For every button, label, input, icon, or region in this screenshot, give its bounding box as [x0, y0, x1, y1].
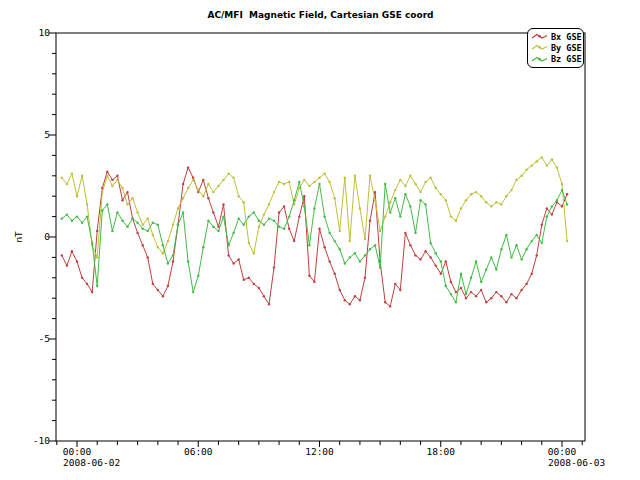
data-point: [369, 220, 371, 222]
data-point: [101, 209, 103, 211]
data-point: [273, 266, 275, 268]
data-point: [227, 254, 229, 256]
data-point: [288, 181, 290, 183]
legend: Bx GSEBy GSEBz GSE: [527, 28, 584, 68]
data-point: [515, 297, 517, 299]
data-point: [414, 232, 416, 234]
data-point: [344, 262, 346, 264]
data-point: [485, 301, 487, 303]
data-point: [248, 215, 250, 217]
data-point: [66, 264, 68, 266]
data-point: [318, 228, 320, 230]
x-axis-tick-label: 00:00: [63, 446, 92, 457]
data-point: [268, 303, 270, 305]
data-point: [445, 260, 447, 262]
data-point: [485, 201, 487, 203]
data-point: [111, 179, 113, 181]
data-point: [212, 211, 214, 213]
data-point: [460, 207, 462, 209]
data-point: [187, 166, 189, 168]
data-point: [157, 224, 159, 226]
data-point: [556, 166, 558, 168]
data-point: [207, 197, 209, 199]
y-axis-tick-label: 5: [18, 129, 50, 140]
data-point: [253, 211, 255, 213]
data-point: [419, 199, 421, 201]
data-point: [298, 181, 300, 183]
data-point: [450, 215, 452, 217]
data-point: [424, 203, 426, 205]
data-point: [167, 285, 169, 287]
data-point: [364, 238, 366, 240]
data-point: [328, 260, 330, 262]
data-point: [121, 199, 123, 201]
data-point: [293, 199, 295, 201]
data-point: [440, 260, 442, 262]
data-point: [339, 289, 341, 291]
by-gse-line-sample-icon: [531, 43, 549, 52]
data-point: [66, 183, 68, 185]
data-point: [136, 232, 138, 234]
data-point: [258, 226, 260, 228]
series-markers-bz-gse: [61, 181, 569, 304]
data-point: [394, 197, 396, 199]
data-point: [298, 215, 300, 217]
data-point: [384, 183, 386, 185]
series-markers-bx-gse: [61, 166, 569, 307]
data-point: [202, 179, 204, 181]
data-point: [157, 246, 159, 248]
series-line-bz-gse: [62, 182, 567, 302]
data-point: [268, 217, 270, 219]
data-point: [404, 193, 406, 195]
data-point: [258, 220, 260, 222]
data-point: [455, 301, 457, 303]
data-point: [197, 275, 199, 277]
data-point: [86, 203, 88, 205]
data-point: [551, 158, 553, 160]
data-point: [429, 256, 431, 258]
data-point: [424, 250, 426, 252]
data-point: [283, 228, 285, 230]
data-point: [566, 193, 568, 195]
data-point: [71, 250, 73, 252]
data-point: [394, 189, 396, 191]
data-point: [61, 254, 63, 256]
data-point: [551, 213, 553, 215]
legend-entry-bx-gse: Bx GSE: [531, 31, 583, 42]
data-point: [354, 252, 356, 254]
data-point: [91, 242, 93, 244]
data-point: [369, 175, 371, 177]
data-point: [142, 244, 144, 246]
data-point: [399, 179, 401, 181]
data-point: [81, 175, 83, 177]
data-point: [495, 201, 497, 203]
data-point: [531, 240, 533, 242]
data-point: [136, 222, 138, 224]
data-point: [96, 256, 98, 258]
data-point: [470, 277, 472, 279]
data-point: [263, 213, 265, 215]
data-point: [172, 254, 174, 256]
data-point: [475, 295, 477, 297]
data-point: [505, 301, 507, 303]
data-point: [313, 181, 315, 183]
data-point: [263, 224, 265, 226]
data-point: [313, 281, 315, 283]
data-point: [490, 205, 492, 207]
data-point: [192, 179, 194, 181]
data-point: [162, 252, 164, 254]
data-point: [126, 191, 128, 193]
data-point: [187, 260, 189, 262]
data-point: [217, 185, 219, 187]
y-axis-tick-label: 0: [18, 231, 50, 242]
data-point: [212, 226, 214, 228]
data-point: [531, 273, 533, 275]
data-point: [96, 285, 98, 287]
data-point: [197, 189, 199, 191]
data-point: [374, 244, 376, 246]
data-point: [157, 289, 159, 291]
data-point: [389, 211, 391, 213]
data-point: [389, 305, 391, 307]
data-point: [76, 260, 78, 262]
data-point: [202, 246, 204, 248]
